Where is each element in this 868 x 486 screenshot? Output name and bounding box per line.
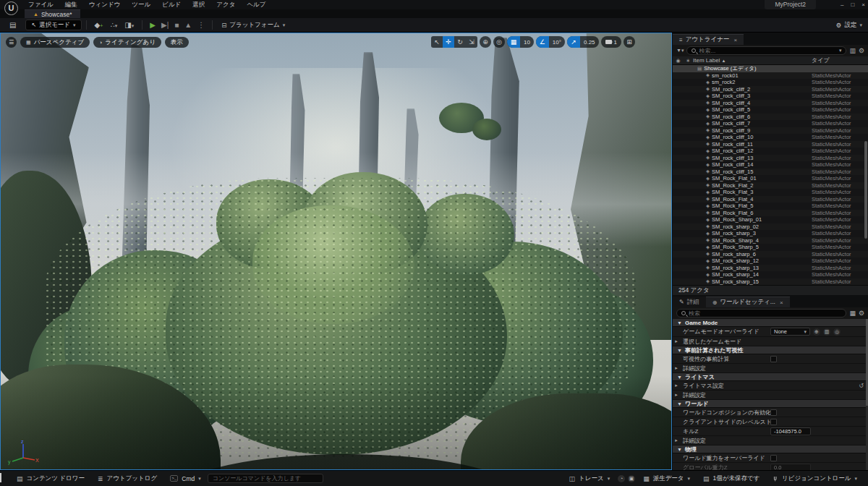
play-options-icon[interactable]: ⋮ [195,21,208,29]
table-row[interactable]: ◈SM_Rock_Flat_2StaticMeshActor [673,182,868,189]
view-mode-dropdown[interactable]: ◑ ライティングあり [93,37,161,48]
scale-snap-control[interactable]: ↗ 0.25 [567,36,599,48]
menu-ツール[interactable]: ツール [127,1,156,9]
level-tab[interactable]: ▲ Showcase* [25,9,80,18]
category-header[interactable]: ▼Game Mode [673,319,868,327]
minimize-button[interactable]: – [841,1,843,8]
category-header[interactable]: ▼ワールド [673,400,868,408]
table-row[interactable]: ◈SM_rock_cliff_15StaticMeshActor [673,169,868,176]
menu-編集[interactable]: 編集 [60,1,82,9]
table-row[interactable]: ◈SM_rock_cliff_2StaticMeshActor [673,86,868,93]
add-actor-icon[interactable]: ◆+ [91,21,107,29]
tab-outliner[interactable]: ≡ アウトライナー × [673,34,744,45]
collapsed-row[interactable]: ▸ライトマス設定↺ [673,381,868,391]
cmd-dropdown[interactable]: >_ Cmd ▾ [163,471,208,486]
add-class-icon[interactable]: ⊕ [813,328,820,336]
menu-ヘルプ[interactable]: ヘルプ [242,1,271,9]
close-icon[interactable]: × [733,37,737,43]
table-row[interactable]: ◈SM_Rock_Flat_01StaticMeshActor [673,175,868,182]
unsaved-button[interactable]: ▤ 1個が未保存です [697,471,766,486]
close-button[interactable]: × [861,1,865,8]
table-row[interactable]: ◈SM_rock_cliff_13StaticMeshActor [673,155,868,162]
stop-button[interactable]: ■ [171,21,182,29]
camera-speed-control[interactable]: 1 [601,36,621,48]
table-row[interactable]: ◈SM_rock_cliff_4StaticMeshActor [673,100,868,107]
maximize-button[interactable]: □ [851,1,854,8]
drawer-handle[interactable] [0,473,1,482]
table-row[interactable]: ◈SM_rock_cliff_7StaticMeshActor [673,120,868,127]
collapsed-row[interactable]: ▸詳細設定 [673,391,868,400]
menu-選択[interactable]: 選択 [187,1,210,9]
details-view-options-icon[interactable]: ▦ [849,310,856,317]
platforms-dropdown[interactable]: ⊟ プラットフォーム ▾ [217,21,289,30]
table-row[interactable]: ◈sm_rock01StaticMeshActor [673,72,868,80]
table-row[interactable]: ◈SM_rock_cliff_9StaticMeshActor [673,127,868,135]
trace-button[interactable]: ◫ トレース ▾ [563,471,617,486]
show-dropdown[interactable]: 表示 [165,37,189,48]
table-row[interactable]: ◈SM_Rock_Sharp_5StaticMeshActor [673,244,868,251]
select-tool-icon[interactable]: ↖ [431,36,443,48]
viewport-options-icon[interactable]: ☰ [6,37,17,48]
table-row[interactable]: ◈sm_rock2StaticMeshActor [673,79,868,86]
trace-snapshot-icon[interactable]: ▣ [628,475,635,482]
details-settings-icon[interactable]: ⚙ [859,310,864,317]
rotate-tool-icon[interactable]: ↻ [454,36,466,48]
grid-snap-control[interactable]: ▦ 10 [507,36,534,48]
checkbox[interactable] [770,455,777,461]
table-row[interactable]: ◈SM_Rock_Flat_5StaticMeshActor [673,202,868,210]
outliner-settings-icon[interactable]: ⚙ [859,47,864,54]
console-command-input[interactable]: コンソールコマンドを入力します [208,474,323,483]
table-row[interactable]: ◈SM_rock_sharp_12StaticMeshActor [673,257,868,265]
table-row[interactable]: ◈SM_rock_cliff_5StaticMeshActor [673,106,868,114]
create-folder-icon[interactable]: ▥ [849,47,856,54]
tab-details[interactable]: ✎ 詳細 [673,297,706,307]
browse-asset-icon[interactable]: ▥ [823,328,830,336]
eject-button[interactable]: ▲ [182,21,195,29]
gamemode-dropdown[interactable]: None▾ [770,328,810,336]
world-space-icon[interactable]: ⊕ [480,36,491,48]
outliner-world-row[interactable]: ▤Showcase (エディタ) [673,65,868,72]
unreal-logo-icon[interactable]: U [4,1,18,15]
scale-tool-icon[interactable]: ⇲ [466,36,477,48]
table-row[interactable]: ◈SM_rock_sharp_02StaticMeshActor [673,223,868,231]
menu-ビルド[interactable]: ビルド [157,1,186,9]
item-label-column[interactable]: Item Label ▲ [693,57,812,64]
select-mode-dropdown[interactable]: ↖ 選択モード ▾ [25,20,81,30]
outliner-search-input[interactable]: 検索... ▾ [686,46,846,55]
table-row[interactable]: ◈SM_Rock_Flat_4StaticMeshActor [673,196,868,203]
table-row[interactable]: ◈SM_rock_sharp_3StaticMeshActor [673,230,868,237]
reset-icon[interactable]: ↺ [859,383,864,389]
checkbox[interactable] [770,356,777,362]
table-row[interactable]: ◈SM_rock_cliff_10StaticMeshActor [673,134,868,141]
table-row[interactable]: ◈SM_rock_cliff_12StaticMeshActor [673,148,868,155]
collapsed-row[interactable]: ▸詳細設定 [673,436,868,446]
outliner-scrollbar[interactable] [864,141,867,239]
surface-snap-icon[interactable]: ◎ [493,36,505,48]
table-row[interactable]: ◈SM_Rock_Flat_3StaticMeshActor [673,189,868,196]
filter-icon[interactable]: ▼▾ [676,48,684,54]
use-selected-icon[interactable]: ◎ [833,328,841,336]
cinematics-icon[interactable]: ◨▾ [121,21,137,29]
table-row[interactable]: ◈SM_rock_sharp_13StaticMeshActor [673,265,868,272]
table-row[interactable]: ◈SM_rock_cliff_3StaticMeshActor [673,93,868,100]
derived-data-button[interactable]: ▦ 派生データ ▾ [637,471,697,486]
table-row[interactable]: ◈SM_Rock_Flat_6StaticMeshActor [673,210,868,217]
trace-status-icon[interactable]: ◔ [618,475,625,482]
table-row[interactable]: ◈SM_rock_sharp_14StaticMeshActor [673,271,868,278]
value-input[interactable]: -1048575.0 [770,427,811,435]
category-header[interactable]: ▼ライトマス [673,373,868,381]
type-column[interactable]: タイプ [812,56,868,64]
table-row[interactable]: ◈SM_rock_sharp_15StaticMeshActor [673,278,868,286]
visibility-column-icon[interactable]: ◉ [673,58,684,64]
menu-ウィンドウ[interactable]: ウィンドウ [84,1,126,9]
skip-button[interactable]: ▶| [158,21,171,29]
close-icon[interactable]: × [780,299,783,306]
table-row[interactable]: ◈SM_rock_sharp_6StaticMeshActor [673,251,868,258]
blueprints-icon[interactable]: ∴▾ [106,21,121,29]
checkbox[interactable] [770,409,777,416]
pin-column-icon[interactable]: ∗ [684,58,693,64]
menu-アクタ[interactable]: アクタ [211,1,240,9]
rotation-snap-control[interactable]: ∠ 10° [536,36,565,48]
details-search-input[interactable]: 検索 [676,309,846,317]
category-header[interactable]: ▼物理 [673,446,868,453]
